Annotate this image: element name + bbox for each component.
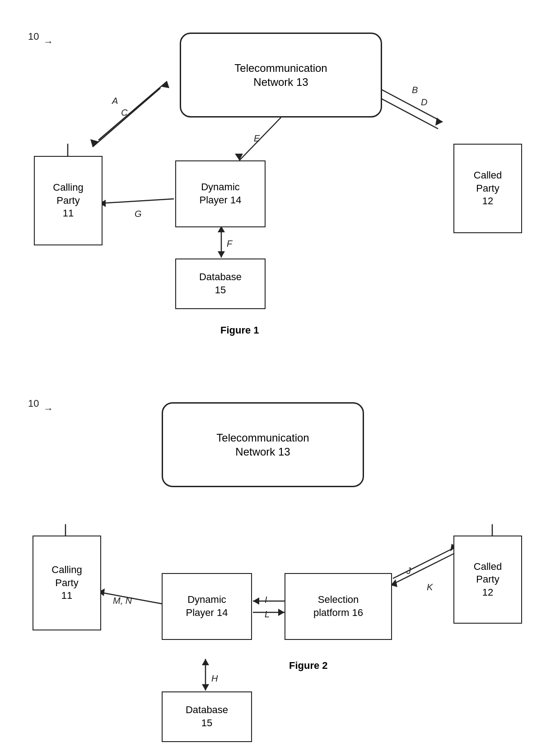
fig1-telecom-label: Telecommunication Network 13 [234,61,327,89]
fig2-ref-label: 10 [28,398,39,409]
svg-line-0 [98,81,167,140]
fig2-label-J: J [406,566,411,576]
diagram-container: 10 → Telecommunication Network 13 Callin… [0,0,560,752]
fig2-dynamic-player: Dynamic Player 14 [162,573,252,640]
fig2-telecom-label: Telecommunication Network 13 [216,431,309,459]
fig1-caption: Figure 1 [220,324,259,336]
fig1-called-party: Called Party 12 [453,144,522,233]
fig1-telecom-network: Telecommunication Network 13 [180,33,382,118]
fig2-caption: Figure 2 [289,660,328,672]
fig1-calling-party: Calling Party 11 [34,156,103,245]
fig2-label-L: L [265,609,270,620]
fig1-ref-arrow: → [43,36,53,48]
fig1-label-E: E [254,133,260,144]
svg-line-8 [239,118,281,160]
svg-marker-5 [435,118,443,126]
fig2-label-K: K [427,582,433,592]
svg-marker-9 [235,154,243,160]
svg-marker-16 [202,659,209,665]
svg-marker-17 [202,684,209,691]
svg-marker-3 [90,139,98,147]
svg-line-26 [98,592,172,606]
fig1-label-G: G [135,209,142,219]
fig2-database: Database 15 [162,691,252,742]
fig2-database-label: Database 15 [186,704,228,729]
fig1-dynamic-player: Dynamic Player 14 [175,160,266,227]
fig1-calling-label: Calling Party 11 [53,181,83,220]
fig2-label-H: H [211,673,218,684]
svg-line-22 [393,547,456,578]
fig2-label-MN: M, N [113,596,132,606]
fig1-called-label: Called Party 12 [474,169,502,208]
fig2-telecom-network: Telecommunication Network 13 [162,402,364,487]
fig2-selection-label: Selection platform 16 [313,593,363,619]
svg-line-24 [391,554,454,585]
svg-marker-12 [218,251,225,258]
fig2-calling-label: Calling Party 11 [51,564,82,602]
fig1-ref-label: 10 [28,31,39,42]
fig2-calling-party: Calling Party 11 [33,536,101,630]
fig2-label-I: I [265,595,267,605]
fig1-database-label: Database 15 [199,271,242,296]
fig2-selection-platform: Selection platform 16 [285,573,392,640]
svg-line-13 [99,199,174,203]
fig2-dynamic-label: Dynamic Player 14 [186,593,228,619]
fig1-label-D: D [421,97,427,108]
fig2-called-party: Called Party 12 [453,536,522,624]
fig1-label-C: C [121,108,127,118]
fig2-called-label: Called Party 12 [474,560,502,599]
fig2-ref-arrow: → [43,403,53,415]
fig1-label-A: A [112,96,118,106]
fig1-label-B: B [412,85,418,95]
svg-marker-1 [162,81,169,88]
fig1-dynamic-label: Dynamic Player 14 [200,181,242,207]
fig1-label-F: F [227,239,232,249]
svg-marker-19 [253,597,259,605]
svg-marker-21 [278,609,285,616]
fig1-database: Database 15 [175,258,266,309]
